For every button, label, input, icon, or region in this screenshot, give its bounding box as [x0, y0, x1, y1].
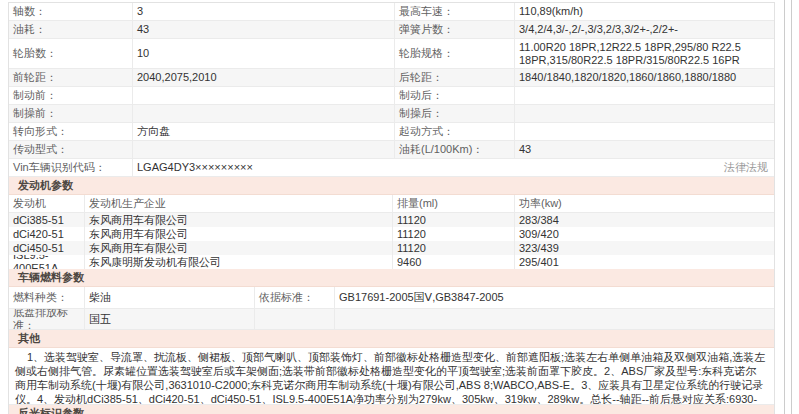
- spec-label: 轮胎规格：: [395, 39, 515, 68]
- other-notes-paragraph: 1、选装驾驶室、导流罩、扰流板、侧裙板、顶部气喇叭、顶部装饰灯、前部徽标处格栅造…: [9, 348, 774, 405]
- spec-value: 10: [133, 39, 395, 68]
- spec-value: [515, 87, 774, 104]
- fuel-row: 燃料种类： 柴油 依据标准： GB17691-2005国Ⅴ,GB3847-200…: [9, 287, 774, 309]
- fuel-value: 国五: [85, 309, 255, 329]
- spec-value: 方向盘: [133, 123, 395, 140]
- fuel-value: [335, 309, 774, 329]
- spec-label: 轴数：: [9, 3, 133, 20]
- engine-power: 323/439: [515, 241, 774, 255]
- spec-label: 制操后：: [395, 105, 515, 122]
- spec-value: 3/4,2/4,3/-,2/-,3/3,2/3,3/2+-,2/2+-: [515, 21, 774, 38]
- legal-regulations-link[interactable]: 法律法规: [718, 159, 774, 176]
- engine-manufacturer: 东风商用车有限公司: [85, 241, 393, 255]
- vin-label: Vin车辆识别代码：: [9, 159, 133, 176]
- engine-table-row: dCi450-51 东风商用车有限公司 11120 323/439: [9, 241, 774, 255]
- engine-col-header: 功率(kw): [515, 195, 774, 212]
- spec-row: 制操前： 制操后：: [9, 105, 774, 123]
- engine-model: dCi385-51: [9, 213, 85, 227]
- spec-label: 传动型式：: [9, 141, 133, 158]
- spec-value: 2040,2075,2010: [133, 69, 395, 86]
- engine-table-row: dCi420-51 东风商用车有限公司 11120 309/420: [9, 227, 774, 241]
- spec-row: 轮胎数： 10 轮胎规格： 11.00R20 18PR,12R22.5 18PR…: [9, 39, 774, 69]
- vin-row: Vin车辆识别代码： LGAG4DY3××××××××× 法律法规: [9, 159, 774, 177]
- engine-table-header: 发动机 发动机生产企业 排量(ml) 功率(kw): [9, 195, 774, 213]
- fuel-label: 燃料种类：: [9, 287, 85, 308]
- fuel-label: 依据标准：: [255, 287, 335, 308]
- spec-value: [133, 105, 395, 122]
- spec-label: 制操前：: [9, 105, 133, 122]
- spec-row: 轴数： 3 最高车速： 110,89(km/h): [9, 3, 774, 21]
- engine-power: 309/420: [515, 227, 774, 241]
- spec-label: 制动前：: [9, 87, 133, 104]
- spec-value: [515, 105, 774, 122]
- section-header-reflective-marking: 反光标识参数: [9, 405, 774, 414]
- spec-row: 传动型式： 油耗(L/100Km)： 43: [9, 141, 774, 159]
- engine-model: ISL9.5-400E51A: [9, 255, 85, 269]
- spec-value: 1840/1840,1820/1820,1860/1860,1880/1880: [515, 69, 774, 86]
- spec-label: 制动后：: [395, 87, 515, 104]
- fuel-label: 底盘排放标准：: [9, 309, 85, 329]
- section-header-engine-params: 发动机参数: [9, 177, 774, 195]
- engine-table-row: dCi385-51 东风商用车有限公司 11120 283/384: [9, 213, 774, 227]
- spec-row: 制动前： 制动后：: [9, 87, 774, 105]
- engine-power: 283/384: [515, 213, 774, 227]
- spec-label: 油耗(L/100Km)：: [395, 141, 515, 158]
- spec-value: 43: [515, 141, 774, 158]
- vin-value: LGAG4DY3×××××××××: [133, 159, 718, 176]
- engine-manufacturer: 东风商用车有限公司: [85, 227, 393, 241]
- spec-value: [133, 141, 395, 158]
- fuel-row: 底盘排放标准： 国五: [9, 309, 774, 330]
- spec-label: 前轮距：: [9, 69, 133, 86]
- spec-label: 转向形式：: [9, 123, 133, 140]
- fuel-label: [255, 309, 335, 329]
- engine-displacement: 9460: [393, 255, 515, 269]
- section-header-other: 其他: [9, 330, 774, 348]
- engine-manufacturer: 东风商用车有限公司: [85, 213, 393, 227]
- spec-label: 起动方式：: [395, 123, 515, 140]
- spec-label: 最高车速：: [395, 3, 515, 20]
- engine-col-header: 排量(ml): [393, 195, 515, 212]
- spec-value: [133, 87, 395, 104]
- spec-row: 转向形式： 方向盘 起动方式：: [9, 123, 774, 141]
- spec-row: 前轮距： 2040,2075,2010 后轮距： 1840/1840,1820/…: [9, 69, 774, 87]
- spec-value: 3: [133, 3, 395, 20]
- spec-label: 弹簧片数：: [395, 21, 515, 38]
- section-header-fuel-params: 车辆燃料参数: [9, 269, 774, 287]
- scrollbar[interactable]: [784, 0, 792, 414]
- spec-row: 油耗： 43 弹簧片数： 3/4,2/4,3/-,2/-,3/3,2/3,3/2…: [9, 21, 774, 39]
- engine-col-header: 发动机: [9, 195, 85, 212]
- spec-value: [515, 123, 774, 140]
- spec-value: 11.00R20 18PR,12R22.5 18PR,295/80 R22.5 …: [515, 39, 774, 68]
- engine-displacement: 11120: [393, 213, 515, 227]
- engine-power: 295/401: [515, 255, 774, 269]
- engine-manufacturer: 东风康明斯发动机有限公司: [85, 255, 393, 269]
- engine-displacement: 11120: [393, 241, 515, 255]
- vehicle-announcement-page: 轴数： 3 最高车速： 110,89(km/h) 油耗： 43 弹簧片数： 3/…: [0, 0, 799, 414]
- fuel-value: 柴油: [85, 287, 255, 308]
- engine-model: dCi420-51: [9, 227, 85, 241]
- spec-value: 110,89(km/h): [515, 3, 774, 20]
- engine-displacement: 11120: [393, 227, 515, 241]
- spec-label: 油耗：: [9, 21, 133, 38]
- engine-model: dCi450-51: [9, 241, 85, 255]
- engine-table-row: ISL9.5-400E51A 东风康明斯发动机有限公司 9460 295/401: [9, 255, 774, 269]
- engine-col-header: 发动机生产企业: [85, 195, 393, 212]
- vehicle-spec-table: 轴数： 3 最高车速： 110,89(km/h) 油耗： 43 弹簧片数： 3/…: [8, 2, 775, 414]
- spec-value: 43: [133, 21, 395, 38]
- fuel-value: GB17691-2005国Ⅴ,GB3847-2005: [335, 287, 774, 308]
- spec-label: 轮胎数：: [9, 39, 133, 68]
- spec-label: 后轮距：: [395, 69, 515, 86]
